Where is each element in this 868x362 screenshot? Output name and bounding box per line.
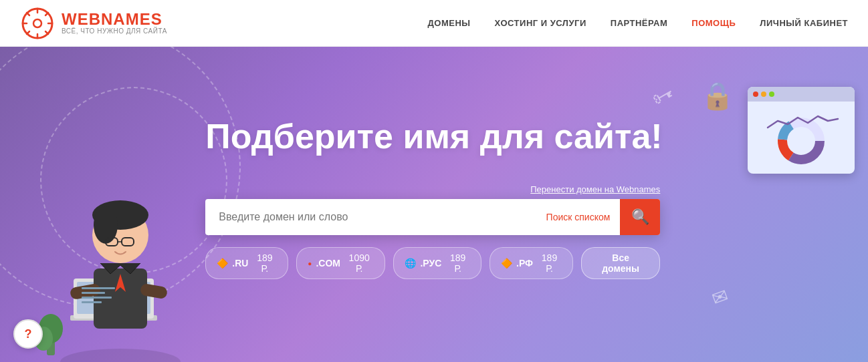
browser-content	[748, 102, 855, 174]
transfer-link-container: Перенести домен на Webnames	[205, 183, 660, 195]
ru-price: 189 Р.	[252, 252, 277, 274]
nav-partners[interactable]: ПАРТНЁРАМ	[611, 18, 668, 28]
svg-rect-32	[82, 297, 112, 299]
main-nav: ДОМЕНЫ ХОСТИНГ и УСЛУГИ ПАРТНЁРАМ ПОМОЩЬ…	[428, 18, 848, 28]
svg-rect-30	[82, 287, 115, 289]
browser-dot-red	[753, 92, 758, 97]
chat-button[interactable]: ?	[13, 319, 43, 349]
hero-title: Подберите имя для сайта!	[205, 116, 662, 156]
ru-icon: 🔶	[217, 258, 228, 268]
domain-pill-ru[interactable]: 🔶 .RU 189 Р.	[205, 247, 288, 279]
browser-dot-yellow	[761, 92, 766, 97]
chart-icon	[761, 111, 841, 164]
svg-line-8	[45, 13, 48, 15]
domain-pill-all[interactable]: Все домены	[581, 247, 660, 279]
search-icon: 🔍	[631, 208, 649, 226]
browser-mockup	[748, 87, 855, 174]
svg-point-1	[33, 19, 41, 27]
transfer-link[interactable]: Перенести домен на Webnames	[530, 184, 660, 194]
hero-section: 🗝 🔒 ✉	[0, 47, 868, 362]
logo-text: WEBNAMES ВСЁ, ЧТО НУЖНО ДЛЯ САЙТА	[62, 11, 167, 35]
person-illustration	[33, 108, 207, 362]
rf-price: 189 Р.	[537, 252, 562, 274]
nav-domains[interactable]: ДОМЕНЫ	[428, 18, 471, 28]
svg-rect-33	[82, 301, 102, 303]
nav-help[interactable]: ПОМОЩЬ	[691, 18, 736, 28]
svg-line-9	[27, 31, 29, 34]
svg-point-14	[60, 349, 181, 362]
ru-name: .RU	[232, 258, 248, 268]
browser-dot-green	[769, 92, 774, 97]
hero-content: Подберите имя для сайта! Перенести домен…	[205, 116, 662, 279]
svg-rect-31	[82, 292, 105, 294]
rus-name: .РУС	[420, 258, 441, 268]
com-icon: ●	[308, 260, 312, 267]
domain-pill-rf[interactable]: 🔶 .РФ 189 Р.	[490, 247, 573, 279]
rus-price: 189 Р.	[445, 252, 470, 274]
logo-subtitle: ВСЁ, ЧТО НУЖНО ДЛЯ САЙТА	[62, 27, 167, 35]
chat-icon: ?	[25, 327, 32, 341]
key-icon: 🗝	[648, 79, 679, 112]
com-name: .COM	[316, 258, 340, 268]
search-list-button[interactable]: Поиск списком	[536, 199, 621, 235]
domain-pills: 🔶 .RU 189 Р. ● .COM 1090 Р. 🌐 .РУС 189 Р…	[205, 247, 660, 279]
search-input[interactable]	[205, 199, 536, 235]
lock-icon: 🔒	[701, 80, 734, 112]
header: WEBNAMES ВСЁ, ЧТО НУЖНО ДЛЯ САЙТА ДОМЕНЫ…	[0, 0, 868, 47]
nav-hosting[interactable]: ХОСТИНГ и УСЛУГИ	[495, 18, 586, 28]
rf-icon: 🔶	[501, 258, 512, 268]
search-submit-button[interactable]: 🔍	[620, 199, 660, 235]
search-box: Поиск списком 🔍	[205, 199, 660, 235]
paper-plane-icon: ✉	[709, 285, 731, 311]
logo-title: WEBNAMES	[62, 11, 167, 27]
svg-line-6	[27, 13, 29, 15]
browser-bar	[748, 87, 855, 102]
rus-icon: 🌐	[405, 258, 416, 268]
com-price: 1090 Р.	[344, 252, 374, 274]
nav-cabinet[interactable]: ЛИЧНЫЙ КАБИНЕТ	[760, 18, 848, 28]
deco-icons: 🗝 🔒	[653, 80, 734, 112]
domain-pill-rus[interactable]: 🌐 .РУС 189 Р.	[393, 247, 481, 279]
svg-line-7	[45, 31, 48, 34]
logo[interactable]: WEBNAMES ВСЁ, ЧТО НУЖНО ДЛЯ САЙТА	[20, 6, 167, 41]
rf-name: .РФ	[516, 258, 533, 268]
all-name: Все домены	[592, 252, 649, 274]
domain-pill-com[interactable]: ● .COM 1090 Р.	[296, 247, 385, 279]
logo-icon	[20, 6, 55, 41]
